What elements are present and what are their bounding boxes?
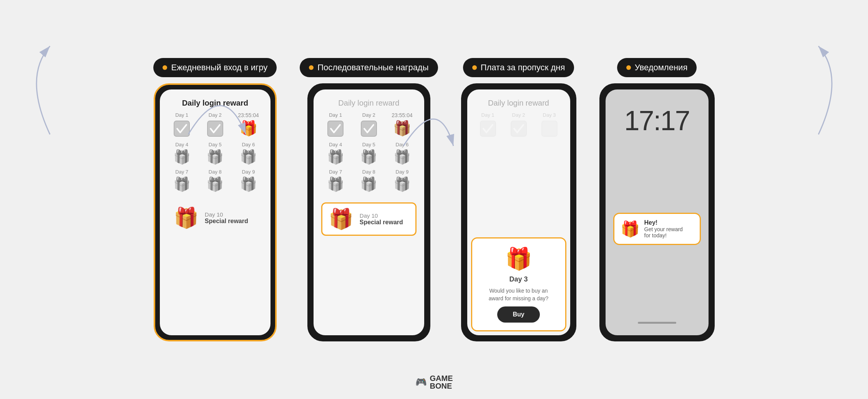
- day-cell-1-1: Day 1: [168, 112, 196, 138]
- timer-label-1: 23:55:04: [238, 112, 259, 118]
- special-reward-text-1: Day 10 Special reward: [205, 211, 248, 225]
- section-daily-login: Ежедневный вход в игру Daily login rewar…: [153, 58, 277, 341]
- days-grid-1-bot: Day 7 🎁 Day 8 🎁 Day 9 🎁: [168, 169, 263, 192]
- day-cell-2-2: Day 2: [354, 112, 383, 138]
- label-bar-2: Последовательные награды: [300, 58, 438, 77]
- svg-rect-6: [542, 121, 557, 136]
- home-indicator: [638, 322, 676, 324]
- skip-question: Would you like to buy an award for missi…: [481, 287, 556, 302]
- screen-inner-3: Daily login reward Day 1: [467, 89, 570, 149]
- day-label-1-2: Day 2: [209, 112, 222, 118]
- buy-button[interactable]: Buy: [497, 306, 539, 323]
- label-text-2: Последовательные награды: [317, 63, 428, 73]
- notification-sub: Get your reward for today!: [644, 226, 683, 238]
- notification-gift-icon: 🎁: [621, 220, 640, 238]
- phone-4: 17:17 🎁 Hey! Get your reward for today!: [599, 83, 715, 341]
- dot-2: [309, 65, 314, 70]
- screen-inner-2: Daily login reward Day 1: [314, 89, 424, 243]
- screen-title-2: Daily login reward: [338, 99, 399, 108]
- day-cell-1-9: Day 9 🎁: [234, 169, 263, 192]
- phone-3: Daily login reward Day 1: [461, 83, 576, 341]
- day-cell-1-5: Day 5 🎁: [201, 142, 229, 165]
- special-reward-2: 🎁 Day 10 Special reward: [321, 202, 417, 236]
- special-title-1: Special reward: [205, 218, 248, 225]
- day-cell-1-8: Day 8 🎁: [201, 169, 229, 192]
- notification-text-block: Hey! Get your reward for today!: [644, 219, 683, 238]
- notification-hey: Hey!: [644, 219, 683, 226]
- check-icon-2-1: [326, 119, 345, 138]
- days-grid-2-mid: Day 4🎁 Day 5🎁 Day 6🎁: [321, 142, 417, 165]
- screen-title-3: Daily login reward: [488, 99, 549, 108]
- label-text-1: Ежедневный вход в игру: [171, 63, 267, 73]
- screen-inner-1: Daily login reward Day 1: [160, 89, 271, 241]
- special-reward-1: 🎁 Day 10 Special reward: [168, 202, 263, 233]
- bottom-logo: 🎮 GAME BONE: [415, 374, 453, 390]
- days-grid-2-bot: Day 7🎁 Day 8🎁 Day 9🎁: [321, 169, 417, 192]
- logo-text: GAME BONE: [430, 374, 453, 390]
- days-grid-3-top: Day 1 Day 2: [475, 112, 563, 138]
- section-notifications: Уведомления 17:17 🎁 Hey! Get your reward…: [599, 58, 715, 341]
- label-text-3: Плата за пропуск дня: [481, 63, 565, 73]
- special-day-label-1: Day 10: [205, 211, 248, 218]
- screen-title-1: Daily login reward: [182, 99, 248, 108]
- phone-screen-4: 17:17 🎁 Hey! Get your reward for today!: [606, 89, 709, 335]
- dot-3: [472, 65, 477, 70]
- day-label-1-1: Day 1: [175, 112, 188, 118]
- days-grid-1-top: Day 1 Day 2: [168, 112, 263, 138]
- logo-icon: 🎮: [415, 377, 427, 387]
- phone-screen-2: Daily login reward Day 1: [314, 89, 424, 335]
- special-reward-text-2: Day 10 Special reward: [360, 212, 403, 226]
- phone-1: Daily login reward Day 1: [154, 83, 277, 341]
- skip-gift-icon: 🎁: [505, 246, 532, 272]
- label-text-4: Уведомления: [635, 63, 688, 73]
- timer-cell-2: 23:55:04 🎁: [388, 112, 417, 138]
- label-bar-1: Ежедневный вход в игру: [153, 58, 277, 77]
- notification-card: 🎁 Hey! Get your reward for today!: [613, 213, 701, 245]
- section-sequential: Последовательные награды Daily login rew…: [300, 58, 438, 341]
- day-cell-2-1: Day 1: [321, 112, 350, 138]
- days-grid-1-mid: Day 4 🎁 Day 5 🎁 Day 6 🎁: [168, 142, 263, 165]
- skip-overlay: 🎁 Day 3 Would you like to buy an award f…: [471, 237, 566, 331]
- label-bar-4: Уведомления: [617, 58, 697, 77]
- phone-screen-1: Daily login reward Day 1: [160, 89, 271, 335]
- day-cell-1-6: Day 6 🎁: [234, 142, 263, 165]
- phone-2: Daily login reward Day 1: [307, 83, 430, 341]
- day-cell-1-4: Day 4 🎁: [168, 142, 196, 165]
- days-grid-2-top: Day 1 Day 2: [321, 112, 417, 138]
- phone-screen-3: Daily login reward Day 1: [467, 89, 570, 335]
- main-container: Ежедневный вход в игру Daily login rewar…: [0, 43, 868, 357]
- check-icon-1-1: [173, 119, 191, 138]
- skip-day-label: Day 3: [509, 275, 528, 283]
- day-cell-1-7: Day 7 🎁: [168, 169, 196, 192]
- timer-cell-1: 23:55:04 🎁: [234, 112, 263, 138]
- day-cell-1-2: Day 2: [201, 112, 229, 138]
- dot-4: [626, 65, 631, 70]
- dot-1: [163, 65, 167, 70]
- notification-time: 17:17: [624, 105, 689, 136]
- label-bar-3: Плата за пропуск дня: [463, 58, 574, 77]
- check-icon-1-2: [206, 119, 224, 138]
- section-skip-day: Плата за пропуск дня Daily login reward …: [461, 58, 576, 341]
- check-icon-2-2: [360, 119, 378, 138]
